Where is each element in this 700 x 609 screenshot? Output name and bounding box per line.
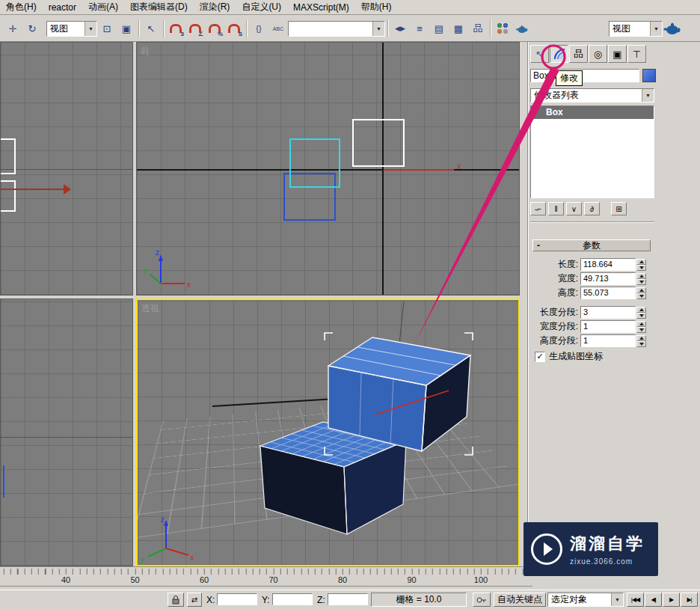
dropdown-arrow-icon[interactable]: ▼ xyxy=(85,22,96,36)
menu-item-customize[interactable]: 自定义(U) xyxy=(236,0,287,15)
dropdown-arrow-icon[interactable]: ▼ xyxy=(372,22,384,36)
menu-item-reactor[interactable]: reactor xyxy=(43,1,82,14)
height-field[interactable]: 55.073 xyxy=(580,287,636,299)
move-icon: ✛ xyxy=(9,23,17,34)
pin-stack-button[interactable]: -⌐ xyxy=(530,202,546,215)
menu-item-help[interactable]: 帮助(H) xyxy=(355,0,398,15)
snap-toggle-3d-button[interactable]: 3 xyxy=(166,19,185,38)
modifier-list-dropdown[interactable]: 修改器列表 ▼ xyxy=(530,88,654,102)
length-segs-spinner[interactable] xyxy=(636,307,646,319)
menu-item-graph-editors[interactable]: 图表编辑器(D) xyxy=(124,0,194,15)
timeline-ticks xyxy=(0,569,532,575)
height-segs-spinner[interactable] xyxy=(636,335,646,347)
selection-filter-value: 选定对象 xyxy=(548,593,611,606)
perspective-axis-tripod: z x y xyxy=(141,515,194,563)
quick-render-button[interactable] xyxy=(663,19,682,38)
x-coord-field[interactable] xyxy=(217,593,257,605)
show-end-result-button[interactable]: ‖ xyxy=(548,202,564,215)
next-frame-button[interactable]: ▶| xyxy=(681,593,698,607)
select-and-rotate-button[interactable]: ↻ xyxy=(22,19,42,38)
length-segs-field[interactable]: 3 xyxy=(580,306,636,319)
auto-key-button[interactable]: 自动关键点 xyxy=(494,593,546,607)
dropdown-arrow-icon[interactable]: ▼ xyxy=(642,89,654,102)
make-unique-icon: ∨ xyxy=(571,205,577,213)
align-button[interactable]: ≡ xyxy=(410,19,429,38)
spinner-snap-button[interactable]: S xyxy=(224,19,244,38)
param-row-length-segs: 长度分段: 3 xyxy=(530,305,656,319)
tripod-x-label: x xyxy=(187,281,191,289)
menu-item-character[interactable]: 角色(H) xyxy=(0,0,43,15)
height-segs-field[interactable]: 1 xyxy=(580,334,636,347)
width-segs-field[interactable]: 1 xyxy=(580,320,636,333)
width-spinner[interactable] xyxy=(636,273,646,285)
parameters-rollout-header[interactable]: - 参数 xyxy=(532,239,651,251)
make-unique-button[interactable]: ∨ xyxy=(566,202,582,215)
viewport-perspective[interactable]: 透视 xyxy=(136,299,520,566)
viewport-front[interactable]: 前 x z x y xyxy=(136,42,520,296)
curve-editor-button[interactable]: ▦ xyxy=(449,19,468,38)
schematic-view-button[interactable]: 品 xyxy=(468,19,488,38)
length-segs-label: 长度分段: xyxy=(530,306,580,319)
percent-snap-button[interactable]: % xyxy=(205,19,224,38)
tab-modify[interactable] xyxy=(550,45,568,63)
absolute-offset-toggle-button[interactable]: ⇄ xyxy=(187,593,202,607)
material-editor-button[interactable] xyxy=(493,19,512,38)
width-field[interactable]: 49.713 xyxy=(580,272,636,285)
modify-tooltip: 修改 xyxy=(556,70,583,86)
named-sets-abc-button[interactable]: ABC xyxy=(268,19,288,38)
tab-create[interactable]: ↖ xyxy=(530,45,549,63)
select-object-button[interactable]: ↖ xyxy=(141,19,161,38)
viewport-front-label: 前 xyxy=(141,45,150,58)
height-spinner[interactable] xyxy=(636,287,646,299)
modifier-stack[interactable]: Box xyxy=(530,105,654,198)
mirror-button[interactable]: ◀▶ xyxy=(390,19,410,38)
named-selection-set-dropdown[interactable]: ▼ xyxy=(288,21,385,37)
generate-mapping-coords-row: ✓ 生成贴图坐标 xyxy=(535,350,603,363)
width-segs-spinner[interactable] xyxy=(636,321,646,333)
angle-snap-button[interactable]: ∠ xyxy=(185,19,205,38)
render-setup-button[interactable] xyxy=(512,19,532,38)
menu-item-maxscript[interactable]: MAXScript(M) xyxy=(287,1,355,14)
length-spinner[interactable] xyxy=(636,259,646,271)
y-coord-field[interactable] xyxy=(272,593,313,605)
viewport-left-bottom[interactable] xyxy=(0,299,133,566)
object-name-field[interactable]: Box05 xyxy=(530,69,639,82)
menu-item-animation[interactable]: 动画(A) xyxy=(82,0,124,15)
reference-coordinate-dropdown[interactable]: 视图 ▼ xyxy=(46,21,97,37)
tab-utilities[interactable]: ⊤ xyxy=(627,45,646,63)
select-and-scale-button[interactable]: ⊡ xyxy=(97,19,117,38)
stack-item-box[interactable]: Box xyxy=(531,106,654,119)
play-button[interactable]: ▶ xyxy=(663,593,680,607)
layer-manager-button[interactable]: ▤ xyxy=(429,19,449,38)
z-coord-field[interactable] xyxy=(328,593,368,605)
timeline-label: 60 xyxy=(200,575,209,584)
length-field[interactable]: 118.664 xyxy=(580,258,636,271)
use-pivot-center-button[interactable]: ▣ xyxy=(117,19,136,38)
toolbar-separator xyxy=(246,19,247,37)
wireframe-box-selected[interactable] xyxy=(352,119,405,167)
render-view-dropdown[interactable]: 视图 ▼ xyxy=(609,21,663,37)
menu-item-rendering[interactable]: 渲染(R) xyxy=(194,0,236,15)
object-color-swatch[interactable] xyxy=(642,69,656,82)
wireframe-box[interactable] xyxy=(0,138,16,174)
dropdown-arrow-icon[interactable]: ▼ xyxy=(611,593,623,606)
configure-modifier-sets-button[interactable]: ⊞ xyxy=(611,202,627,215)
previous-frame-button[interactable]: ◀| xyxy=(645,593,662,607)
selection-filter-dropdown[interactable]: 选定对象 ▼ xyxy=(547,593,624,607)
viewport-left-top[interactable] xyxy=(0,42,133,296)
set-key-button[interactable] xyxy=(473,593,491,607)
tab-hierarchy[interactable]: 品 xyxy=(569,45,588,63)
key-icon xyxy=(476,596,487,604)
wireframe-box-cyan[interactable] xyxy=(289,138,340,188)
generate-mapping-coords-checkbox[interactable]: ✓ xyxy=(535,352,545,362)
selection-lock-button[interactable] xyxy=(168,593,184,607)
tab-motion[interactable]: ◎ xyxy=(589,45,607,63)
go-to-start-button[interactable]: |◀◀ xyxy=(627,593,644,607)
select-and-move-button[interactable]: ✛ xyxy=(3,19,22,38)
timeline-ruler[interactable]: 40 50 60 70 80 90 100 xyxy=(0,566,532,587)
tab-display[interactable]: ▣ xyxy=(608,45,627,63)
wireframe-box[interactable] xyxy=(0,180,16,212)
edit-named-sets-button[interactable]: {} xyxy=(249,19,268,38)
remove-modifier-button[interactable]: ∂ xyxy=(584,202,600,215)
dropdown-arrow-icon[interactable]: ▼ xyxy=(650,22,662,36)
